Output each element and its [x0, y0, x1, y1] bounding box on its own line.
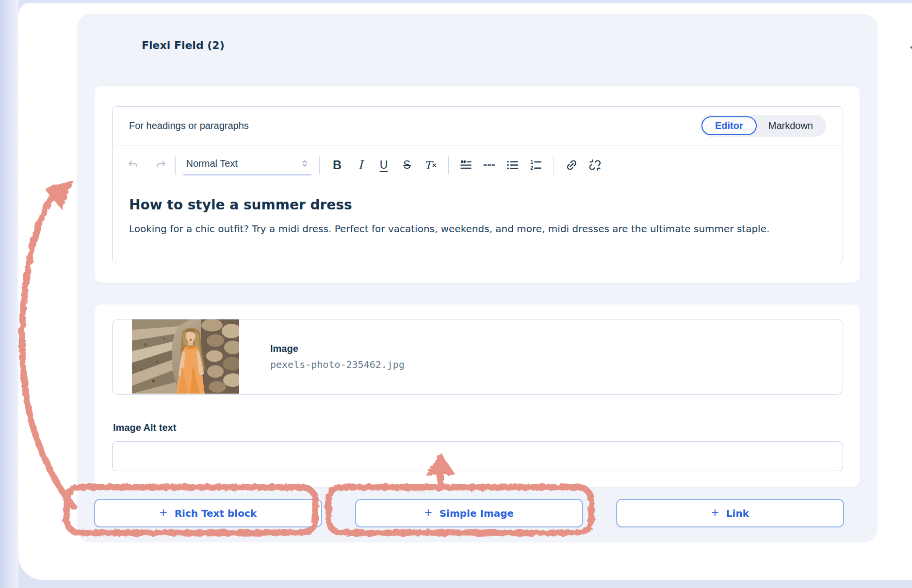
- toggle-editor[interactable]: Editor: [701, 116, 757, 135]
- image-asset-box: Image pexels-photo-235462.jpg: [112, 319, 843, 395]
- toolbar-divider: [175, 156, 176, 175]
- image-alt-input[interactable]: [112, 441, 843, 471]
- toggle-markdown[interactable]: Markdown: [757, 116, 825, 135]
- strikethrough-icon[interactable]: S: [395, 156, 419, 175]
- paragraph-style-dropdown[interactable]: Normal Text: [183, 155, 311, 175]
- image-label: Image: [270, 343, 405, 354]
- plus-icon: +: [160, 506, 167, 519]
- add-simple-image-button[interactable]: + Simple Image: [355, 499, 583, 527]
- undo-icon[interactable]: [125, 157, 142, 174]
- svg-text:2: 2: [530, 165, 533, 171]
- editor-paragraph: Looking for a chic outfit? Try a midi dr…: [129, 222, 826, 235]
- left-page-edge: [0, 0, 18, 588]
- simple-image-card: Image pexels-photo-235462.jpg Image Alt …: [94, 304, 860, 487]
- paragraph-style-value: Normal Text: [186, 158, 238, 169]
- rich-text-toolbar: Normal Text B I U S T×: [113, 145, 843, 185]
- add-rich-text-button[interactable]: + Rich Text block: [94, 499, 322, 527]
- main-panel: Flexi Field (2) For headings or paragrap…: [18, 3, 912, 580]
- unlink-icon[interactable]: [583, 156, 606, 175]
- toolbar-divider: [554, 156, 554, 175]
- image-meta: Image pexels-photo-235462.jpg: [270, 319, 405, 394]
- clear-formatting-icon[interactable]: T×: [419, 156, 442, 175]
- editor-heading: How to style a summer dress: [129, 197, 826, 213]
- rich-text-editor[interactable]: How to style a summer dress Looking for …: [113, 185, 843, 235]
- add-block-buttons-row: + Rich Text block + Simple Image + Link: [94, 499, 844, 527]
- bold-icon[interactable]: B: [326, 156, 349, 175]
- image-filename: pexels-photo-235462.jpg: [270, 359, 405, 370]
- plus-icon: +: [711, 506, 719, 519]
- italic-icon[interactable]: I: [349, 156, 372, 175]
- rich-text-field-label: For headings or paragraphs: [129, 120, 249, 131]
- rich-text-header-row: For headings or paragraphs Editor Markdo…: [113, 107, 843, 145]
- image-thumbnail[interactable]: [132, 319, 239, 394]
- underline-icon[interactable]: U: [372, 156, 395, 175]
- toolbar-divider: [319, 156, 320, 175]
- link-icon[interactable]: [560, 156, 583, 175]
- chevron-down-icon[interactable]: [906, 41, 912, 58]
- flexi-field-title: Flexi Field (2): [142, 39, 225, 51]
- editor-mode-toggle: Editor Markdown: [700, 115, 826, 137]
- updown-chevron-icon: [300, 159, 309, 168]
- ordered-list-icon[interactable]: 12: [524, 156, 548, 175]
- redo-icon[interactable]: [152, 157, 169, 174]
- flexi-field-card: Flexi Field (2) For headings or paragrap…: [77, 14, 878, 542]
- svg-text:1: 1: [530, 159, 533, 165]
- toolbar-divider: [448, 156, 449, 175]
- blockquote-icon[interactable]: [455, 156, 478, 175]
- plus-icon: +: [424, 506, 432, 519]
- add-link-button[interactable]: + Link: [616, 499, 844, 527]
- bullet-list-icon[interactable]: [501, 156, 524, 175]
- horizontal-rule-icon[interactable]: [478, 156, 501, 175]
- image-alt-label: Image Alt text: [113, 422, 176, 433]
- rich-text-editor-box: For headings or paragraphs Editor Markdo…: [112, 106, 843, 263]
- rich-text-block-card: For headings or paragraphs Editor Markdo…: [94, 85, 860, 283]
